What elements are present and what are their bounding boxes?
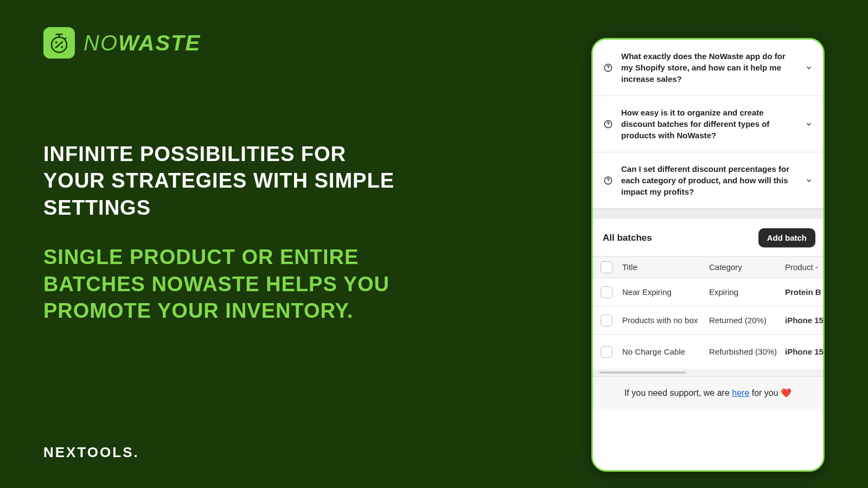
svg-point-5 bbox=[55, 41, 58, 43]
headline-secondary: SINGLE PRODUCT OR ENTIRE BATCHES NOWASTE… bbox=[43, 244, 412, 324]
chevron-down-icon bbox=[805, 63, 813, 72]
horizontal-scrollbar[interactable] bbox=[593, 369, 823, 376]
support-link[interactable]: here bbox=[732, 388, 749, 397]
table-row[interactable]: Near Expiring Expiring Protein B bbox=[593, 278, 823, 306]
row-title: Near Expiring bbox=[622, 287, 709, 297]
brand-wordmark: NOWASTE bbox=[84, 31, 201, 55]
batches-title: All batches bbox=[603, 233, 652, 243]
chevron-down-icon bbox=[805, 176, 813, 185]
footer-brand: NEXTOOLS. bbox=[43, 444, 139, 461]
col-category: Category bbox=[709, 262, 785, 272]
table-row[interactable]: No Charge Cable Refurbished (30%) iPhone… bbox=[593, 334, 823, 369]
svg-point-6 bbox=[61, 46, 63, 48]
row-checkbox[interactable] bbox=[601, 286, 612, 298]
row-category: Expiring bbox=[709, 287, 785, 297]
help-icon bbox=[603, 62, 614, 73]
col-title: Title bbox=[622, 262, 709, 272]
phone-mock: What exactly does the NoWaste app do for… bbox=[591, 38, 825, 472]
faq-question: Can I set different discount percentages… bbox=[621, 163, 797, 197]
headline-primary: INFINITE POSSIBILITIES FOR YOUR STRATEGI… bbox=[43, 141, 412, 221]
svg-point-12 bbox=[608, 182, 608, 183]
row-product: iPhone 15 bbox=[785, 347, 823, 356]
faq-item[interactable]: Can I set different discount percentages… bbox=[593, 152, 823, 209]
row-category: Returned (20%) bbox=[709, 316, 785, 325]
faq-question: What exactly does the NoWaste app do for… bbox=[621, 50, 797, 85]
stopwatch-percent-icon bbox=[43, 27, 75, 59]
select-all-checkbox[interactable] bbox=[601, 261, 612, 273]
col-product: Product - bbox=[785, 262, 823, 272]
support-line: If you need support, we are here for you… bbox=[593, 376, 823, 409]
row-title: Products with no box bbox=[622, 316, 709, 325]
table-row[interactable]: Products with no box Returned (20%) iPho… bbox=[593, 306, 823, 334]
row-category: Refurbished (30%) bbox=[709, 347, 785, 356]
batches-table: Title Category Product - Near Expiring E… bbox=[593, 256, 823, 369]
faq-item[interactable]: What exactly does the NoWaste app do for… bbox=[593, 40, 823, 96]
row-title: No Charge Cable bbox=[622, 347, 709, 356]
row-product: Protein B bbox=[785, 287, 823, 297]
support-text-prefix: If you need support, we are bbox=[624, 388, 732, 397]
batches-header: All batches Add batch bbox=[593, 219, 823, 256]
row-checkbox[interactable] bbox=[601, 346, 612, 358]
svg-point-8 bbox=[608, 69, 608, 70]
support-text-suffix: for you bbox=[749, 388, 781, 397]
chevron-down-icon bbox=[805, 120, 813, 129]
heart-icon: ❤️ bbox=[781, 388, 792, 397]
add-batch-button[interactable]: Add batch bbox=[758, 228, 815, 247]
row-checkbox[interactable] bbox=[601, 314, 612, 326]
faq-question: How easy is it to organize and create di… bbox=[621, 107, 797, 141]
help-icon bbox=[603, 119, 614, 130]
section-divider bbox=[593, 209, 823, 219]
help-icon bbox=[603, 175, 614, 186]
svg-line-3 bbox=[65, 38, 66, 40]
table-header-row: Title Category Product - bbox=[593, 256, 823, 278]
faq-item[interactable]: How easy is it to organize and create di… bbox=[593, 96, 823, 152]
row-product: iPhone 15 bbox=[785, 316, 823, 325]
svg-point-10 bbox=[608, 126, 608, 126]
